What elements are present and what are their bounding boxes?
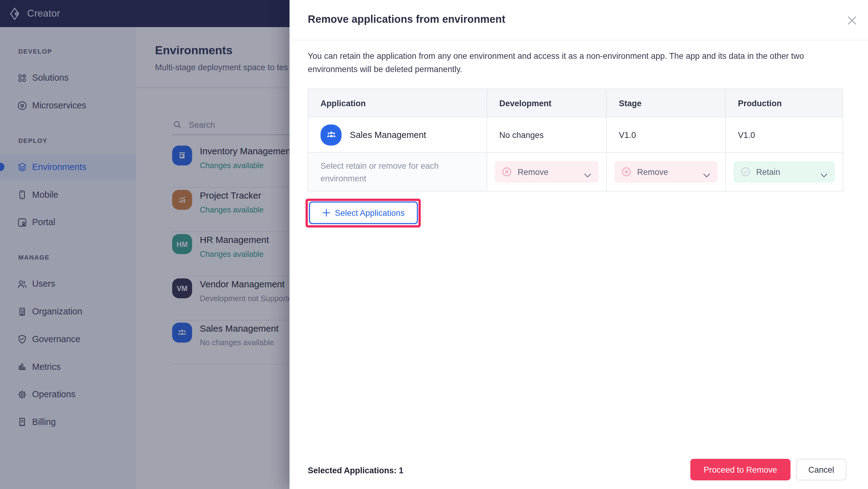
select-applications-button[interactable]: Select Applications [309, 201, 418, 224]
stage-action-cell: Remove [606, 153, 725, 191]
screen: Creator DEVELOP Solutions Microservices … [0, 0, 868, 489]
plus-icon [322, 209, 331, 217]
proceed-to-remove-button[interactable]: Proceed to Remove [690, 459, 790, 480]
dropdown-value: Retain [756, 167, 780, 177]
table-header-row: Application Development Stage Production [308, 89, 842, 117]
sales-management-app-icon [321, 124, 342, 145]
select-applications-label: Select Applications [335, 208, 404, 218]
production-version-cell: V1.0 [725, 117, 842, 152]
production-action-cell: Retain [725, 153, 842, 191]
chevron-down-icon [584, 170, 591, 174]
column-header-stage: Stage [606, 89, 725, 117]
selected-applications-count: Selected Applications: 1 [308, 465, 404, 475]
remove-applications-modal: Remove applications from environment You… [289, 0, 868, 489]
chevron-down-icon [703, 170, 710, 174]
stage-action-dropdown[interactable]: Remove [615, 161, 717, 183]
application-cell: Sales Management [308, 117, 487, 152]
development-version-cell: No changes [487, 117, 606, 152]
action-selector-row: Select retain or remove for each environ… [308, 152, 842, 191]
column-header-development: Development [487, 89, 606, 117]
remove-circle-x-icon [621, 167, 631, 177]
cancel-button[interactable]: Cancel [796, 459, 846, 480]
dropdown-value: Remove [637, 167, 668, 177]
modal-description: You can retain the application from any … [308, 49, 823, 75]
chevron-down-icon [820, 170, 827, 174]
selector-hint-text: Select retain or remove for each environ… [308, 153, 487, 191]
remove-circle-x-icon [501, 167, 512, 177]
modal-header-divider [289, 40, 868, 40]
column-header-production: Production [725, 89, 842, 117]
modal-title: Remove applications from environment [308, 13, 505, 26]
table-row: Sales Management No changes V1.0 V1.0 [308, 117, 842, 152]
production-action-dropdown[interactable]: Retain [734, 161, 835, 183]
close-icon[interactable] [847, 15, 857, 25]
dropdown-value: Remove [518, 167, 548, 177]
retain-circle-check-icon [740, 167, 751, 177]
development-action-cell: Remove [487, 153, 606, 191]
development-action-dropdown[interactable]: Remove [495, 161, 598, 183]
application-name: Sales Management [350, 130, 426, 139]
column-header-application: Application [308, 89, 487, 117]
applications-table: Application Development Stage Production… [308, 89, 843, 192]
stage-version-cell: V1.0 [606, 117, 725, 152]
